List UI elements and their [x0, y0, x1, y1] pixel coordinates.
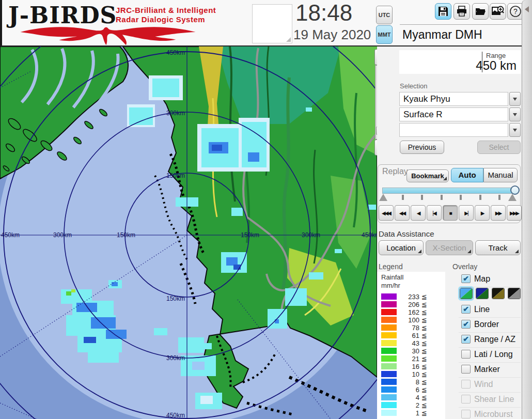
line-checkbox[interactable]: ✔	[461, 305, 471, 314]
save-button[interactable]	[435, 3, 451, 20]
print-icon	[456, 6, 467, 17]
timeline-start-marker[interactable]	[379, 194, 387, 201]
range-az-checkbox[interactable]: ✔	[461, 335, 471, 344]
svg-text:150km: 150km	[166, 295, 185, 302]
map-style-olive[interactable]	[492, 288, 505, 299]
overlay-row-shear-line: Shear Line	[459, 393, 521, 408]
legend-row: 8≦	[377, 378, 445, 386]
overlay-row-range-az: ✔ Range / AZ	[459, 333, 521, 348]
logo-tagline-1: JRC-Brilliant & Intelligent	[116, 6, 216, 14]
x-section-button[interactable]: X-Section	[426, 240, 473, 255]
legend-row: 21≦	[377, 355, 445, 363]
lati-long-checkbox[interactable]	[461, 350, 471, 359]
extra-dropdown-button[interactable]	[509, 123, 521, 137]
svg-text:300km: 300km	[166, 354, 185, 362]
save-icon	[437, 6, 449, 17]
clock-time: 18:48	[295, 0, 373, 26]
clock-date: 19 May 2020	[293, 27, 376, 43]
legend-row: 78≦	[377, 324, 445, 332]
manual-mode-button[interactable]: Manual	[483, 168, 518, 182]
fast-forward-button[interactable]: ▶▶	[491, 205, 506, 221]
chevron-down-icon	[513, 129, 517, 132]
border-checkbox[interactable]: ✔	[461, 320, 471, 329]
timezone-utc-button[interactable]: UTC	[376, 6, 393, 24]
location-button[interactable]: Location	[379, 240, 424, 255]
panel-collapse-strip[interactable]	[522, 0, 532, 419]
site-dropdown: Kyauk Phyu	[399, 92, 521, 106]
bookmark-button[interactable]: Bookmark	[406, 169, 449, 182]
svg-text:450km: 450km	[166, 412, 185, 419]
microburst-checkbox[interactable]	[461, 410, 471, 418]
control-panel: Range 450 km Selection Kyauk Phyu Surfac…	[377, 46, 522, 419]
jump-start-button[interactable]: ◀◀◀	[379, 205, 394, 221]
svg-text:150km: 150km	[166, 172, 185, 179]
select-button[interactable]: Select	[477, 141, 521, 154]
station-name: Myanmar DMH	[402, 28, 482, 42]
wind-checkbox[interactable]	[461, 380, 471, 389]
selection-label: Selection	[400, 82, 427, 90]
data-assistance-label: Data Assistance	[379, 229, 434, 238]
clock-display-box	[252, 4, 292, 43]
legend-row: 233≦	[377, 293, 445, 301]
legend-row: 43≦	[377, 339, 445, 347]
resize-grip-icon[interactable]	[286, 37, 291, 42]
replay-timeline-slider[interactable]	[382, 188, 517, 194]
map-style-terrain[interactable]	[460, 288, 473, 299]
chevron-down-icon	[513, 98, 517, 101]
overlay-row-lati-long: Lati / Long	[459, 348, 521, 363]
marker-checkbox[interactable]	[461, 365, 471, 374]
legend-row: 2≦	[377, 401, 445, 409]
play-reverse-button[interactable]: ◀	[411, 205, 426, 221]
svg-text:450km: 450km	[1, 231, 20, 239]
legend-row: 206≦	[377, 301, 445, 308]
site-dropdown-button[interactable]	[509, 92, 521, 106]
legend-row: 6≦	[377, 386, 445, 394]
radar-map[interactable]: 450km 300km 150km 150km 300km 450km 450k…	[0, 46, 377, 419]
header-bar: J-BIRDS JRC-Brilliant & Intelligent Rada…	[0, 0, 522, 46]
svg-text:150km: 150km	[117, 231, 135, 239]
shear-line-checkbox[interactable]	[461, 395, 471, 404]
svg-text:450km: 450km	[362, 231, 377, 239]
timezone-mmt-button[interactable]: MMT	[376, 25, 393, 44]
overlay-row-line: ✔ Line	[459, 303, 521, 318]
legend-row: 1≦	[377, 409, 445, 417]
legend-unit: mm/hr	[381, 282, 400, 289]
open-folder-button[interactable]	[472, 3, 489, 20]
print-button[interactable]	[453, 3, 470, 20]
screen-capture-button[interactable]	[490, 3, 506, 20]
replay-group: Replay Bookmark Auto Manual ◀◀◀ ◀◀ ◀ |◀ …	[378, 164, 521, 223]
legend-row: 61≦	[377, 332, 445, 339]
map-style-row	[459, 288, 521, 302]
play-button[interactable]: ▶	[475, 205, 490, 221]
menu-fold-icon	[443, 177, 447, 180]
jump-end-button[interactable]: ▶▶▶	[507, 205, 522, 221]
eagle-icon	[6, 25, 210, 45]
legend-row: 100≦	[377, 316, 445, 324]
legend-row: 162≦	[377, 308, 445, 316]
product-dropdown: Surface R	[399, 107, 521, 121]
svg-text:450km: 450km	[166, 49, 185, 56]
previous-button[interactable]: Previous	[400, 141, 444, 154]
map-style-dark[interactable]	[476, 288, 489, 299]
legend-row: 4≦	[377, 394, 445, 401]
logo-tagline-2: Radar Dialogic System	[116, 15, 205, 24]
product-dropdown-value[interactable]: Surface R	[399, 107, 508, 121]
track-button[interactable]: Track	[475, 240, 521, 255]
overlay-row-border: ✔ Border	[459, 318, 521, 333]
auto-mode-button[interactable]: Auto	[451, 168, 483, 182]
step-forward-button[interactable]: ▶|	[459, 205, 474, 221]
menu-fold-icon	[467, 250, 471, 253]
extra-dropdown	[399, 123, 521, 137]
overlay-row-microburst: Microburst	[459, 408, 521, 419]
map-style-gray[interactable]	[508, 288, 521, 299]
svg-text:300km: 300km	[166, 110, 185, 117]
timeline-end-marker[interactable]	[508, 194, 517, 201]
stop-button[interactable]: ■	[443, 205, 458, 221]
step-back-button[interactable]: |◀	[427, 205, 442, 221]
site-dropdown-value[interactable]: Kyauk Phyu	[399, 92, 508, 106]
range-value: 450 km	[476, 58, 517, 73]
product-dropdown-button[interactable]	[509, 107, 521, 121]
extra-dropdown-value[interactable]	[399, 123, 508, 137]
fast-rewind-button[interactable]: ◀◀	[395, 205, 410, 221]
map-checkbox[interactable]: ✔	[461, 274, 471, 283]
